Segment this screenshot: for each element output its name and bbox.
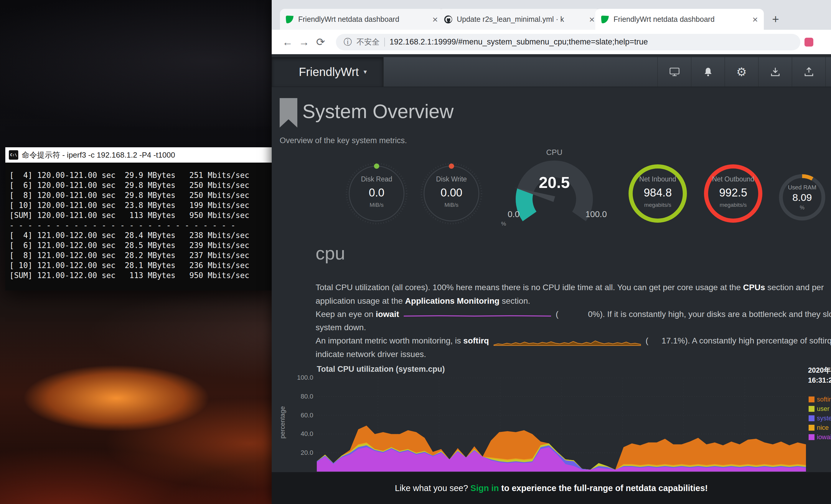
cpu-gauge-max: 100.0 (585, 209, 607, 219)
signin-text: to experience the full-range of netdata … (501, 483, 708, 493)
tab-close-icon[interactable]: × (752, 15, 758, 24)
forward-button[interactable]: → (296, 36, 312, 48)
legend-item-user[interactable]: user (809, 404, 831, 414)
signin-bar: Like what you see? Sign in to experience… (272, 472, 831, 504)
gauge-unit: megabits/s (701, 202, 766, 208)
cpu-help-line-1: Total CPU utilization (all cores). 100% … (316, 281, 831, 294)
gauge-unit: % (777, 205, 827, 211)
disk-write-gauge[interactable]: Disk Write 0.00 MiB/s (419, 161, 484, 226)
gauge-dot (374, 164, 379, 169)
monitor-icon (669, 66, 681, 78)
legend-label: nice (817, 424, 829, 432)
omnibox-separator (384, 38, 385, 47)
brand-label: FriendlyWrt (299, 65, 359, 79)
legend-swatch (809, 425, 814, 431)
gauge-label: Net Inbound (625, 175, 690, 183)
cmd-icon: C:\ (9, 150, 18, 160)
tab-friendlywrt-netdata-1[interactable]: FriendlyWrt netdata dashboard × (280, 9, 444, 30)
tab-close-icon[interactable]: × (432, 15, 438, 24)
export-snapshot-button[interactable] (758, 57, 792, 87)
iowait-value: 0% (588, 309, 600, 319)
github-icon (444, 15, 453, 24)
used-ram-gauge[interactable]: Used RAM 8.09 % (777, 172, 827, 223)
gauge-label: Used RAM (777, 184, 827, 191)
bookmark-icon (280, 98, 297, 127)
help-text: system down. (316, 323, 366, 332)
cpu-gauge[interactable]: 20.5 0.0 100.0 % (498, 155, 610, 237)
legend-label: iowait (817, 433, 831, 441)
gauge-unit: MiB/s (344, 202, 409, 208)
terminal-window: C:\ 命令提示符 - iperf3 -c 192.168.1.2 -P4 -t… (5, 147, 272, 291)
new-tab-button[interactable]: + (767, 11, 784, 28)
net-inbound-gauge[interactable]: Net Inbound 984.8 megabits/s (625, 161, 690, 226)
tab-github[interactable]: Update r2s_lean_minimal.yml · k × (438, 9, 601, 30)
brand-dropdown[interactable]: FriendlyWrt ▾ (272, 57, 384, 87)
gauge-label: Disk Read (344, 175, 409, 183)
cpu-utilization-chart[interactable] (317, 378, 806, 472)
alarms-button[interactable] (691, 57, 725, 87)
gauge-value: 0.0 (344, 186, 409, 199)
chart-legend: softirqusersystemniceiowait (809, 395, 831, 442)
monitor-button[interactable] (657, 57, 691, 87)
gauge-label: Net Outbound (701, 175, 766, 183)
extension-icon[interactable] (804, 38, 813, 47)
browser-window: FriendlyWrt netdata dashboard × Update r… (272, 0, 831, 504)
cpu-gauge-value: 20.5 (539, 174, 570, 191)
netdata-icon (285, 15, 294, 24)
help-text: ). A constantly high percentage of softi… (685, 336, 831, 345)
tab-friendlywrt-netdata-2[interactable]: FriendlyWrt netdata dashboard × (595, 9, 764, 30)
gauge-unit: MiB/s (419, 202, 484, 208)
help-text: ( (556, 309, 558, 319)
sign-in-link[interactable]: Sign in (470, 483, 499, 493)
net-outbound-gauge[interactable]: Net Outbound 992.5 megabits/s (701, 161, 766, 226)
legend-label: softirq (817, 395, 831, 403)
legend-label: user (817, 405, 830, 413)
y-tick: 100.0 (287, 374, 313, 382)
tab-close-icon[interactable]: × (589, 15, 595, 24)
back-button[interactable]: ← (279, 36, 296, 48)
legend-item-nice[interactable]: nice (809, 423, 831, 433)
legend-item-iowait[interactable]: iowait (809, 433, 831, 442)
upload-icon (803, 66, 815, 78)
disk-read-gauge[interactable]: Disk Read 0.0 MiB/s (344, 161, 409, 226)
cpus-link[interactable]: CPUs (743, 283, 765, 292)
bell-icon (702, 66, 714, 78)
y-tick: 40.0 (287, 430, 313, 438)
applications-monitoring-link[interactable]: Applications Monitoring (405, 296, 499, 305)
netdata-page: FriendlyWrt ▾ (272, 54, 831, 504)
chart-date-line: 2020年3 (808, 365, 831, 375)
reload-button[interactable]: ⟳ (312, 36, 329, 48)
cpu-gauge-min: 0.0 (508, 209, 519, 219)
url-text: 192.168.2.1:19999/#menu_system_submenu_c… (390, 37, 648, 47)
gauge-value: 984.8 (625, 186, 690, 199)
import-snapshot-button[interactable] (792, 57, 826, 87)
browser-toolbar: ← → ⟳ ⓘ 不安全 192.168.2.1:19999/#menu_syst… (272, 30, 831, 54)
legend-swatch (809, 415, 814, 421)
netdata-navbar: FriendlyWrt ▾ (272, 57, 831, 87)
navbar-icons: ⚙ (657, 57, 826, 87)
y-tick: 60.0 (287, 412, 313, 419)
help-text: Total CPU utilization (all cores). 100% … (316, 283, 743, 292)
section-heading-cpu: cpu (316, 243, 345, 264)
y-tick: 80.0 (287, 393, 313, 400)
legend-swatch (809, 434, 814, 440)
settings-button[interactable]: ⚙ (725, 57, 758, 87)
site-info-icon[interactable]: ⓘ (344, 36, 352, 48)
legend-item-softirq[interactable]: softirq (809, 395, 831, 404)
gauge-label: Disk Write (419, 175, 484, 183)
tab-title: FriendlyWrt netdata dashboard (298, 15, 428, 24)
terminal-titlebar[interactable]: C:\ 命令提示符 - iperf3 -c 192.168.1.2 -P4 -t… (5, 147, 272, 162)
help-text: An important metric worth monitoring, is (316, 336, 463, 345)
help-text: ). If it is constantly high, your disks … (600, 309, 831, 319)
terminal-output[interactable]: [ 4] 120.00-121.00 sec 29.9 MBytes 251 M… (5, 162, 272, 291)
gauge-value: 992.5 (701, 186, 766, 199)
help-text: Keep an eye on (316, 309, 376, 319)
help-text: application usage at the (316, 296, 405, 305)
desktop: C:\ 命令提示符 - iperf3 -c 192.168.1.2 -P4 -t… (0, 0, 831, 504)
cpu-gauge-unit: % (501, 220, 506, 227)
tab-title: Update r2s_lean_minimal.yml · k (457, 15, 584, 24)
help-text: section and per (765, 283, 824, 292)
chart-title: Total CPU utilization (system.cpu) (317, 365, 445, 374)
legend-item-system[interactable]: system (809, 414, 831, 423)
address-bar[interactable]: ⓘ 不安全 192.168.2.1:19999/#menu_system_sub… (336, 34, 800, 50)
